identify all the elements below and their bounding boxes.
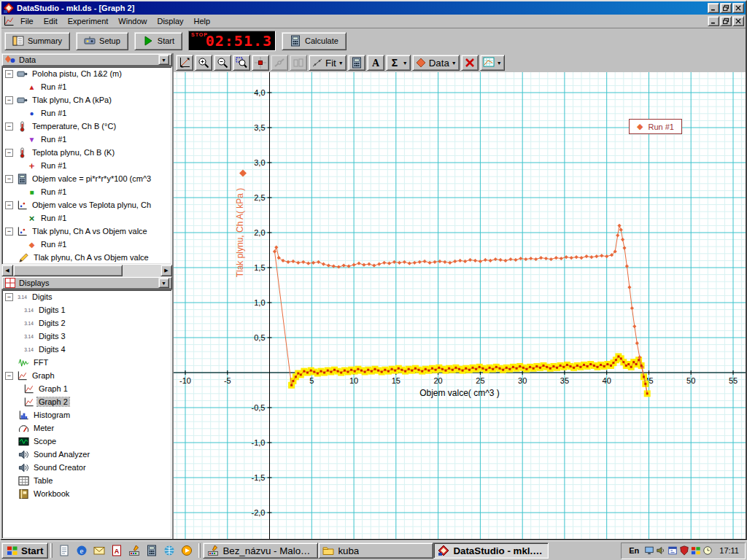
taskbar-task-button[interactable]: kuba xyxy=(318,542,433,559)
taskbar-task-button[interactable]: Bez_názvu - Malování xyxy=(203,542,318,559)
data-tree-item[interactable]: −Tlak plynu, Ch A (kPa) xyxy=(2,93,171,106)
tray-win-flag-icon[interactable] xyxy=(690,545,702,556)
scrollbar-track[interactable] xyxy=(123,265,160,276)
displays-tree-item[interactable]: Sound Creator xyxy=(2,461,171,474)
child-close-button[interactable] xyxy=(732,16,744,26)
statistics-menu-button[interactable]: Σ▼ xyxy=(386,55,411,71)
slope-tool-button[interactable] xyxy=(271,55,288,71)
displays-tree-item[interactable]: 3.14Digits 2 xyxy=(2,316,171,330)
displays-tree-item[interactable]: Histogram xyxy=(2,408,171,421)
expand-box-icon[interactable]: − xyxy=(5,372,13,380)
expand-box-icon[interactable]: − xyxy=(5,293,13,301)
data-menu-button[interactable]: Data▼ xyxy=(412,55,460,71)
quicklaunch-calculate-icon[interactable] xyxy=(144,543,159,558)
expand-box-icon[interactable]: − xyxy=(5,175,13,183)
displays-tree-item[interactable]: Sound Analyzer xyxy=(2,448,171,461)
tray-speaker-icon[interactable] xyxy=(655,545,667,556)
fit-menu-button[interactable]: Fit▼ xyxy=(309,55,347,71)
restore-button[interactable] xyxy=(720,3,732,13)
displays-tree-item[interactable]: −Graph xyxy=(2,369,171,382)
start-button-toolbar[interactable]: Start xyxy=(134,32,182,50)
tray-clock-icon[interactable] xyxy=(702,545,713,556)
quicklaunch-ie-icon[interactable]: e xyxy=(74,543,89,558)
align-tool-button[interactable] xyxy=(290,55,307,71)
quicklaunch-mail-icon[interactable] xyxy=(92,543,107,558)
calculate-button[interactable]: Calculate xyxy=(282,32,347,50)
displays-panel-menu-button[interactable]: ▼ xyxy=(158,278,169,288)
menu-experiment[interactable]: Experiment xyxy=(63,16,114,26)
expand-box-icon[interactable]: − xyxy=(5,96,13,104)
tray-display-icon[interactable] xyxy=(643,545,655,556)
title-bar[interactable]: DataStudio - mkl.ds - [Graph 2] xyxy=(1,1,746,15)
scroll-right-button[interactable]: ▶ xyxy=(160,265,172,276)
data-tree-item[interactable]: ◆Run #1 xyxy=(2,238,171,251)
data-tree-item[interactable]: Tlak plynu, Ch A vs Objem valce xyxy=(2,251,171,264)
menu-display[interactable]: Display xyxy=(152,16,188,26)
zoom-in-button[interactable] xyxy=(195,55,212,71)
data-panel-header[interactable]: Data ▼ xyxy=(1,53,172,66)
quicklaunch-doc-icon[interactable] xyxy=(57,543,71,558)
child-minimize-button[interactable] xyxy=(708,16,719,26)
expand-box-icon[interactable]: − xyxy=(5,70,13,78)
quicklaunch-media-icon[interactable] xyxy=(179,543,194,558)
menu-file[interactable]: File xyxy=(15,16,39,26)
language-indicator[interactable]: En xyxy=(627,546,640,555)
displays-tree-item[interactable]: −3.14Digits xyxy=(2,290,171,303)
data-tree-item[interactable]: −Poloha pistu, Ch 1&2 (m) xyxy=(2,67,171,80)
setup-button[interactable]: Setup xyxy=(76,32,128,50)
tray-schedule-icon[interactable] xyxy=(667,545,678,556)
data-tree-item[interactable]: ▼Run #1 xyxy=(2,133,171,146)
data-tree-item[interactable]: ●Run #1 xyxy=(2,106,171,120)
start-button[interactable]: Start xyxy=(1,542,48,559)
displays-tree-item[interactable]: 3.14Digits 3 xyxy=(2,330,171,343)
expand-box-icon[interactable]: − xyxy=(5,201,13,209)
summary-button[interactable]: Summary xyxy=(4,32,70,50)
child-restore-button[interactable] xyxy=(720,16,732,26)
data-tree-item[interactable]: −Temperature, Ch B (°C) xyxy=(2,120,171,133)
data-tree-item[interactable]: −Objem valce vs Teplota plynu, Ch xyxy=(2,198,171,211)
displays-tree-item[interactable]: FFT xyxy=(2,356,171,369)
data-tree-item[interactable]: ■Run #1 xyxy=(2,185,171,198)
graph-area[interactable]: -10-55101520253035404550554,03,53,02,52,… xyxy=(174,72,746,539)
remove-button[interactable] xyxy=(461,55,479,71)
displays-tree-item[interactable]: Graph 2 xyxy=(2,395,171,408)
legend[interactable]: ◆ Run #1 xyxy=(629,119,682,134)
text-tool-button[interactable]: A xyxy=(367,55,384,71)
expand-box-icon[interactable]: − xyxy=(5,149,13,157)
displays-tree-item[interactable]: Graph 1 xyxy=(2,382,171,395)
calculate-tool-button[interactable] xyxy=(348,55,365,71)
data-tree-hscrollbar[interactable]: ◀ ▶ xyxy=(1,265,172,276)
data-tree-item[interactable]: −Teplota plynu, Ch B (K) xyxy=(2,146,171,159)
data-tree-item[interactable]: ×Run #1 xyxy=(2,211,171,225)
data-tree-item[interactable]: −Tlak plynu, Ch A vs Objem valce xyxy=(2,225,171,238)
menu-edit[interactable]: Edit xyxy=(39,16,63,26)
quicklaunch-paint-icon[interactable] xyxy=(127,543,142,558)
menu-help[interactable]: Help xyxy=(189,16,216,26)
displays-panel-header[interactable]: Displays ▼ xyxy=(1,276,172,289)
graph-settings-button[interactable]: ▼ xyxy=(480,55,505,71)
smart-tool-button[interactable] xyxy=(252,55,269,71)
zoom-out-button[interactable] xyxy=(214,55,231,71)
scale-to-fit-button[interactable] xyxy=(176,55,193,71)
displays-tree-item[interactable]: Table xyxy=(2,474,171,487)
data-tree-item[interactable]: ▲Run #1 xyxy=(2,80,171,93)
displays-tree-item[interactable]: 3.14Digits 4 xyxy=(2,343,171,356)
displays-tree-item[interactable]: Meter xyxy=(2,421,171,435)
displays-tree-item[interactable]: 3.14Digits 1 xyxy=(2,303,171,316)
minimize-button[interactable] xyxy=(708,3,719,13)
scrollbar-thumb[interactable] xyxy=(13,265,123,276)
expand-box-icon[interactable]: − xyxy=(5,122,13,131)
data-panel-menu-button[interactable]: ▼ xyxy=(158,55,169,65)
tray-shield-icon[interactable] xyxy=(678,545,690,556)
zoom-select-button[interactable] xyxy=(233,55,250,71)
quicklaunch-globe-icon[interactable] xyxy=(162,543,177,558)
taskbar-task-button[interactable]: DataStudio - mkl.ds ... xyxy=(433,542,549,559)
expand-box-icon[interactable]: − xyxy=(5,228,13,236)
close-button[interactable] xyxy=(732,3,744,13)
data-tree-item[interactable]: +Run #1 xyxy=(2,159,171,172)
data-tree-item[interactable]: −Objem valce = pi*r*r*y*100 (cm^3 xyxy=(2,172,171,185)
scroll-left-button[interactable]: ◀ xyxy=(1,265,13,276)
displays-tree-item[interactable]: Scope xyxy=(2,435,171,448)
quicklaunch-pdf-icon[interactable]: A xyxy=(109,543,124,558)
displays-tree-item[interactable]: Workbook xyxy=(2,487,171,500)
